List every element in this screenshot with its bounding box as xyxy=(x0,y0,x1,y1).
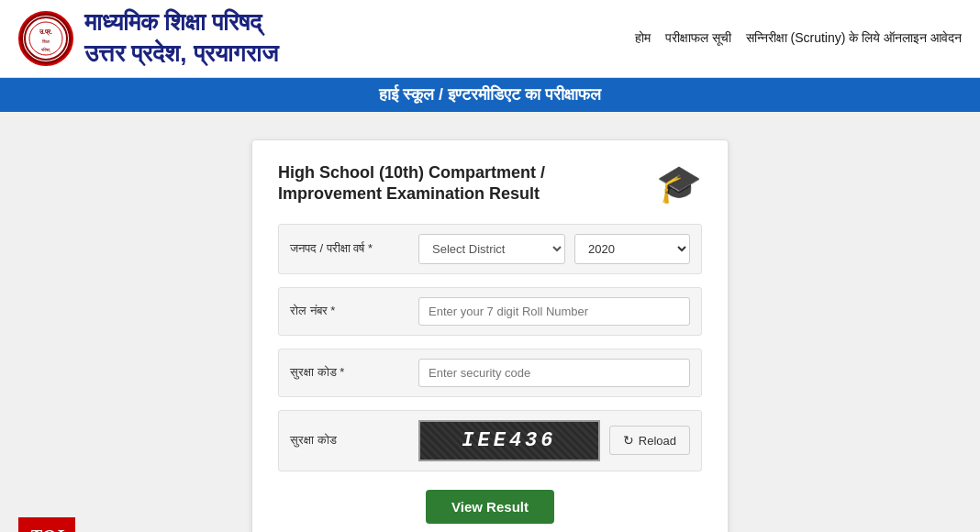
nav-scrutiny[interactable]: सन्निरीक्षा (Scrutiny) के लिये ऑनलाइन आव… xyxy=(746,30,962,46)
district-year-row: जनपद / परीक्षा वर्ष * Select District 20… xyxy=(278,224,702,274)
blue-banner: हाई स्कूल / इण्टरमीडिएट का परीक्षाफल xyxy=(0,78,980,112)
security-label: सुरक्षा कोड * xyxy=(290,365,409,380)
svg-text:उ.प्र.: उ.प्र. xyxy=(39,28,52,36)
reload-icon: ↻ xyxy=(623,433,634,448)
district-select[interactable]: Select District xyxy=(418,234,565,264)
security-input[interactable] xyxy=(418,359,690,387)
form-title-row: High School (10th) Compartment / Improve… xyxy=(278,162,702,205)
nav-results[interactable]: परीक्षाफल सूची xyxy=(665,30,731,46)
roll-number-row: रोल नंबर * xyxy=(278,287,702,336)
btn-row: View Result xyxy=(278,490,702,524)
captcha-row: सुरक्षा कोड IEE436 ↻ Reload xyxy=(278,410,702,471)
captcha-label: सुरक्षा कोड xyxy=(290,433,409,448)
main-content: TOI High School (10th) Compartment / Imp… xyxy=(0,112,980,532)
nav-home[interactable]: होम xyxy=(635,30,651,46)
svg-text:परिषद्: परिषद् xyxy=(40,47,51,53)
header-nav: होम परीक्षाफल सूची सन्निरीक्षा (Scrutiny… xyxy=(635,30,962,46)
header-left: उ.प्र. शिक्षा परिषद् माध्यमिक शिक्षा परि… xyxy=(18,7,278,70)
roll-input[interactable] xyxy=(418,297,690,326)
reload-button[interactable]: ↻ Reload xyxy=(609,426,690,455)
header: उ.प्र. शिक्षा परिषद् माध्यमिक शिक्षा परि… xyxy=(0,0,980,78)
security-code-row: सुरक्षा कोड * xyxy=(278,349,702,397)
year-select[interactable]: 2020 2021 2019 2018 xyxy=(574,234,690,264)
captcha-image: IEE436 xyxy=(418,420,600,461)
district-label: जनपद / परीक्षा वर्ष * xyxy=(290,241,409,256)
form-title: High School (10th) Compartment / Improve… xyxy=(278,162,608,205)
graduation-icon: 🎓 xyxy=(656,162,702,205)
form-card: High School (10th) Compartment / Improve… xyxy=(251,139,729,532)
logo-image: उ.प्र. शिक्षा परिषद् xyxy=(20,13,72,64)
roll-label: रोल नंबर * xyxy=(290,304,409,318)
toi-badge: TOI xyxy=(18,517,75,532)
svg-text:शिक्षा: शिक्षा xyxy=(41,39,50,44)
logo-circle: उ.प्र. शिक्षा परिषद् xyxy=(18,11,73,66)
header-title: माध्यमिक शिक्षा परिषद् उत्तर प्रदेश, प्र… xyxy=(84,7,278,70)
view-result-button[interactable]: View Result xyxy=(426,490,554,524)
